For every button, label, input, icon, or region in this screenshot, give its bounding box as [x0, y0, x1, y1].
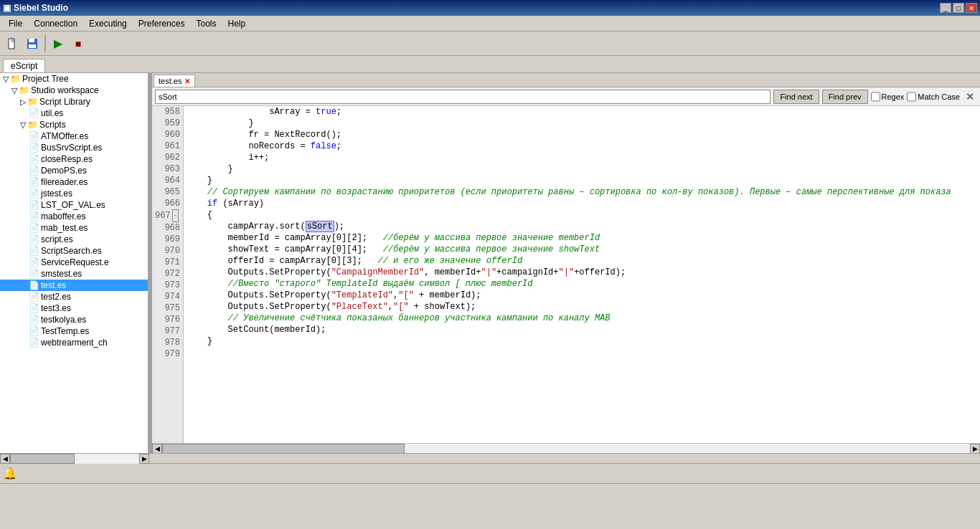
sidebar-item-mab-test[interactable]: 📄 mab_test.es	[0, 222, 148, 234]
sidebar-item-filereader[interactable]: 📄 filereader.es	[0, 176, 148, 188]
find-prev-button[interactable]: Find prev	[822, 90, 868, 104]
regex-checkbox[interactable]	[871, 90, 880, 104]
svg-rect-2	[29, 39, 34, 42]
match-case-checkbox[interactable]	[907, 90, 916, 104]
file-icon-12: 📄	[29, 246, 39, 256]
sidebar-scroll-thumb[interactable]	[10, 454, 75, 464]
svg-rect-3	[29, 44, 36, 48]
sidebar-item-test3[interactable]: 📄 test3.es	[0, 302, 148, 314]
status-bar-1: 🔔	[0, 463, 980, 483]
sidebar-scroll-right[interactable]: ▶	[139, 454, 149, 464]
scroll-right-btn[interactable]: ▶	[970, 444, 980, 454]
menu-connection[interactable]: Connection	[28, 17, 83, 30]
line-num: 978	[155, 337, 180, 348]
line-num: 965	[155, 186, 180, 198]
code-content-area[interactable]: sArray = true; } fr = NextRecord(); noRe…	[184, 106, 980, 443]
code-line-959: }	[187, 118, 977, 129]
editor-bottom-spacer	[149, 454, 980, 463]
close-button[interactable]: ✕	[966, 3, 977, 13]
main-content: ▽ 📁 Project Tree ▽ 📁 Studio workspace ▷ …	[0, 73, 980, 453]
sidebar-item-script-library[interactable]: ▷ 📁 Script Library	[0, 96, 148, 108]
new-file-button[interactable]	[3, 34, 22, 53]
sidebar-item-maboffer[interactable]: 📄 maboffer.es	[0, 211, 148, 222]
bottom-scrollbar-area: ◀ ▶	[0, 453, 980, 463]
file-icon-2: 📄	[29, 131, 39, 141]
file-icon-10: 📄	[29, 223, 39, 233]
sidebar-item-scriptsearch[interactable]: 📄 ScriptSearch.es	[0, 245, 148, 257]
sidebar-item-test2[interactable]: 📄 test2.es	[0, 291, 148, 302]
code-line-979	[187, 347, 977, 358]
find-next-button[interactable]: Find next	[773, 90, 819, 104]
editor-h-scrollbar[interactable]: ◀ ▶	[152, 443, 980, 453]
code-line-958: sArray = true;	[187, 106, 977, 118]
sidebar-item-testtemp[interactable]: 📄 TestTemp.es	[0, 325, 148, 337]
sidebar-item-project-tree[interactable]: ▽ 📁 Project Tree	[0, 73, 148, 85]
menu-preferences[interactable]: Preferences	[133, 17, 191, 30]
line-num: 966	[155, 198, 180, 209]
sidebar-item-closeresp[interactable]: 📄 closeResp.es	[0, 153, 148, 165]
line-num: 959	[155, 118, 180, 129]
line-num: 977	[155, 325, 180, 337]
sidebar-item-test[interactable]: 📄 test.es	[0, 280, 148, 291]
sidebar-item-servicerequest[interactable]: 📄 ServiceRequest.e	[0, 257, 148, 268]
line-numbers: 958 959 960 961 962 963 964 965 966 967 …	[152, 106, 184, 443]
sidebar-item-jstest[interactable]: 📄 jstest.es	[0, 188, 148, 199]
project-tree-panel: ▽ 📁 Project Tree ▽ 📁 Studio workspace ▷ …	[0, 73, 149, 453]
file-icon-8: 📄	[29, 200, 39, 210]
file-icon-15: 📄	[29, 280, 39, 290]
line-num: 975	[155, 302, 180, 314]
line-num: 962	[155, 152, 180, 163]
status-icon: 🔔	[3, 467, 17, 480]
file-tab-close[interactable]: ✕	[184, 77, 190, 85]
menu-executing[interactable]: Executing	[83, 17, 133, 30]
folder-icon-4: 📁	[27, 120, 38, 130]
sidebar-item-testkolya[interactable]: 📄 testkolya.es	[0, 314, 148, 325]
code-line-971: offerId = campArray[0][3]; // и его же з…	[187, 255, 977, 267]
sidebar-h-scroll[interactable]: ◀ ▶	[0, 454, 149, 463]
sidebar-item-util-es[interactable]: 📄 util.es	[0, 108, 148, 119]
menu-tools[interactable]: Tools	[190, 17, 222, 30]
tab-escript[interactable]: eScript	[3, 59, 45, 72]
code-line-964: }	[187, 175, 977, 186]
run-button[interactable]: ▶	[49, 34, 67, 53]
sidebar-item-lst[interactable]: 📄 LST_OF_VAL.es	[0, 199, 148, 211]
sidebar-item-bussrv[interactable]: 📄 BusSrvScript.es	[0, 142, 148, 153]
code-line-967: {	[187, 209, 977, 221]
file-tab-bar: test.es ✕	[152, 73, 980, 87]
line-num: 970	[155, 245, 180, 257]
file-icon-19: 📄	[29, 326, 39, 336]
stop-button[interactable]: ■	[69, 34, 88, 53]
expand-icon: ▽	[3, 75, 9, 84]
line-num: 974	[155, 291, 180, 302]
file-icon-14: 📄	[29, 269, 39, 279]
menu-file[interactable]: File	[3, 17, 28, 30]
code-line-978: }	[187, 335, 977, 347]
maximize-button[interactable]: □	[953, 3, 964, 13]
close-search-button[interactable]: ✕	[963, 91, 977, 103]
sidebar-item-smstest[interactable]: 📄 smstest.es	[0, 268, 148, 280]
sidebar-item-script[interactable]: 📄 script.es	[0, 234, 148, 245]
file-tab-test[interactable]: test.es ✕	[154, 75, 195, 87]
search-bar: Find next Find prev Regex Match Case ✕	[152, 87, 980, 106]
save-button[interactable]	[23, 34, 42, 53]
sidebar-item-webtrearment[interactable]: 📄 webtrearment_ch	[0, 337, 148, 348]
code-line-977: SetCount(memberId);	[187, 324, 977, 335]
scroll-left-btn[interactable]: ◀	[152, 444, 162, 454]
code-line-974: Outputs.SetProperty("TemplateId","[" + m…	[187, 290, 977, 301]
menu-bar: File Connection Executing Preferences To…	[0, 16, 980, 32]
match-case-check-label: Match Case	[907, 90, 960, 104]
menu-help[interactable]: Help	[222, 17, 251, 30]
scroll-thumb-h[interactable]	[162, 444, 405, 454]
search-input[interactable]	[155, 90, 771, 104]
sidebar-item-demops[interactable]: 📄 DemoPS.es	[0, 165, 148, 176]
line-num: 976	[155, 314, 180, 325]
sidebar-scroll-left[interactable]: ◀	[0, 454, 10, 464]
sidebar-item-studio-workspace[interactable]: ▽ 📁 Studio workspace	[0, 85, 148, 96]
minimize-button[interactable]: _	[940, 3, 951, 13]
folder-icon-2: 📁	[19, 85, 29, 95]
file-icon-16: 📄	[29, 292, 39, 302]
sidebar-item-atmoffer[interactable]: 📄 ATMOffer.es	[0, 130, 148, 142]
folder-icon-3: 📁	[27, 97, 38, 107]
code-editor[interactable]: 958 959 960 961 962 963 964 965 966 967 …	[152, 106, 980, 443]
sidebar-item-scripts[interactable]: ▽ 📁 Scripts	[0, 119, 148, 130]
